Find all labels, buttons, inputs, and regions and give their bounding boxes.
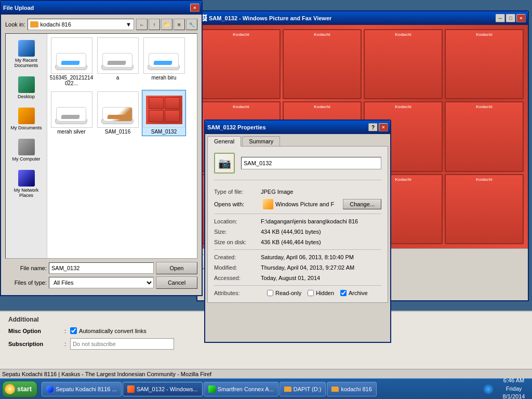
type-row: Type of file: JPEG Image <box>214 189 381 195</box>
props-help-btn[interactable]: ? <box>368 123 378 131</box>
folder-icon <box>30 21 38 28</box>
taskbar-item-kodachi[interactable]: kodachi 816 <box>327 382 376 396</box>
change-button[interactable]: Change... <box>343 199 381 209</box>
filename-input[interactable] <box>49 262 154 274</box>
sidebar-desktop-label: Desktop <box>18 94 35 99</box>
mydocs-icon <box>18 108 35 124</box>
sub-colon: : <box>64 341 66 347</box>
archive-checkbox[interactable] <box>340 290 347 296</box>
props-filename-input[interactable] <box>241 157 381 169</box>
shoe-box-icon-6 <box>146 96 182 124</box>
accessed-row: Accessed: Today, August 01, 2014 <box>214 275 381 281</box>
subscription-label: Subscription <box>8 341 60 347</box>
shoe-draw-4 <box>54 96 90 124</box>
tab-general[interactable]: General <box>207 136 241 147</box>
taskbar-item-picviewer[interactable]: SAM_0132 - Windows... <box>123 382 203 396</box>
new-folder-btn[interactable]: 📁 <box>161 19 172 30</box>
taskbar-item-kaskus[interactable]: Sepatu Kodachi 8116 ... <box>42 382 121 396</box>
box12 <box>445 174 524 244</box>
sidebar-item-mycomp[interactable]: My Computer <box>8 137 45 164</box>
cancel-button[interactable]: Cancel <box>156 276 197 289</box>
size-label: Size: <box>214 229 261 235</box>
filetype-select[interactable]: All Files <box>49 277 154 288</box>
taskbar-item-dapit[interactable]: DAPIT (D:) <box>280 382 326 396</box>
shoe-draw-5 <box>100 96 136 124</box>
sidebar-item-network[interactable]: My Network Places <box>8 168 45 200</box>
photo-viewer-title: 🖼 SAM_0132 - Windows Picture and Fax Vie… <box>200 14 494 22</box>
created-row: Created: Saturday, April 06, 2013, 8:10:… <box>214 254 381 260</box>
start-button[interactable]: start <box>2 381 37 397</box>
prop-sep2 <box>214 249 381 250</box>
modified-value: Thursday, April 04, 2013, 9:27:02 AM <box>261 264 381 271</box>
sidebar-mycomp-label: My Computer <box>12 156 40 162</box>
thumb-img-1 <box>51 37 92 74</box>
photo-viewer-minimize[interactable]: ─ <box>496 14 505 22</box>
readonly-checkbox[interactable] <box>267 290 273 296</box>
created-value: Saturday, April 06, 2013, 8:10:40 PM <box>261 254 381 260</box>
recent-docs-icon <box>18 40 35 57</box>
hidden-checkbox[interactable] <box>308 290 314 296</box>
shoe-draw-1 <box>54 42 90 70</box>
readonly-label: Read-only <box>275 290 301 296</box>
network-tray-icon[interactable] <box>483 384 494 394</box>
view-btn[interactable]: ≡ <box>174 19 185 30</box>
thumb-item-4[interactable]: merah silver <box>49 90 94 136</box>
tools-btn[interactable]: 🔧 <box>186 19 197 30</box>
type-value: JPEG Image <box>261 189 381 195</box>
hidden-checkbox-item: Hidden <box>308 290 334 296</box>
location-row: Location: F:\dagangan\jenis barang\kodac… <box>214 218 381 224</box>
opens-with-row: Opens with: Windows Picture and F Change… <box>214 199 381 209</box>
modified-label: Modified: <box>214 264 261 271</box>
start-icon <box>5 384 15 394</box>
up-btn[interactable]: ↑ <box>149 19 160 30</box>
taskbar-tray-icons <box>481 384 496 394</box>
misc-checkbox[interactable] <box>70 327 77 334</box>
open-button[interactable]: Open <box>156 262 197 274</box>
tab-summary[interactable]: Summary <box>242 136 280 146</box>
file-upload-dialog: File Upload × Look in: kodachi 816 ▼ ← ↑… <box>0 0 203 296</box>
thumb-item-1[interactable]: 516345_20121214022... <box>49 36 94 88</box>
props-titlebar: SAM_0132 Properties ? × <box>205 121 390 134</box>
app-name: Windows Picture and F <box>275 201 334 207</box>
thumb-label-6: SAM_0132 <box>151 129 177 135</box>
properties-dialog: SAM_0132 Properties ? × General Summary … <box>204 119 391 343</box>
file-upload-close[interactable]: × <box>190 4 200 12</box>
photo-viewer-maximize[interactable]: □ <box>506 14 515 22</box>
status-bar: Sepatu Kodachi 8116 | Kaskus - The Large… <box>0 369 532 378</box>
thumb-item-3[interactable]: merah biru <box>142 36 186 88</box>
subscription-input[interactable] <box>70 338 174 350</box>
size-disk-label: Size on disk: <box>214 239 261 245</box>
accessed-label: Accessed: <box>214 275 261 281</box>
size-value: 434 KB (444,901 bytes) <box>261 229 381 235</box>
thumb-item-6[interactable]: SAM_0132 <box>142 90 186 136</box>
look-in-row: Look in: kodachi 816 ▼ ← ↑ 📁 ≡ 🔧 <box>5 19 197 30</box>
sidebar-item-recent[interactable]: My Recent Documents <box>8 38 45 70</box>
attrs-label: Attributes: <box>214 290 261 296</box>
photo-viewer-controls: ─ □ × <box>496 14 526 22</box>
sidebar-item-desktop[interactable]: Desktop <box>8 74 45 101</box>
sidebar-item-mydocs[interactable]: My Documents <box>8 105 45 132</box>
props-title: SAM_0132 Properties <box>207 124 366 130</box>
sidebar-mydocs-label: My Documents <box>10 125 42 130</box>
box2 <box>283 29 362 99</box>
sidebar-recent-label: My Recent Documents <box>10 58 43 68</box>
back-btn[interactable]: ← <box>136 19 148 30</box>
look-in-dropdown[interactable]: kodachi 816 ▼ <box>28 19 134 30</box>
mycomp-icon <box>18 139 35 155</box>
filename-label: File name: <box>5 265 47 271</box>
network-icon <box>18 170 35 187</box>
photo-viewer-close[interactable]: × <box>516 14 526 22</box>
thumb-label-3: merah biru <box>152 75 177 81</box>
prop-sep3 <box>214 285 381 286</box>
misc-option-label: Misc Option <box>8 328 60 334</box>
thumb-item-5[interactable]: SAM_0116 <box>96 90 140 136</box>
shoe-draw-2 <box>100 42 136 70</box>
thumb-img-6 <box>143 91 185 128</box>
dialog-body: Look in: kodachi 816 ▼ ← ↑ 📁 ≡ 🔧 My Rece… <box>1 15 202 295</box>
thumb-item-2[interactable]: a <box>96 36 140 88</box>
taskbar-item-smartfren[interactable]: Smartfren Connex A... <box>204 382 278 396</box>
accessed-value: Today, August 01, 2014 <box>261 275 381 281</box>
taskbar-clock: 6:46 AM Friday 8/1/2014 <box>496 377 532 399</box>
misc-colon: : <box>64 328 66 334</box>
props-close-btn[interactable]: × <box>379 123 388 131</box>
